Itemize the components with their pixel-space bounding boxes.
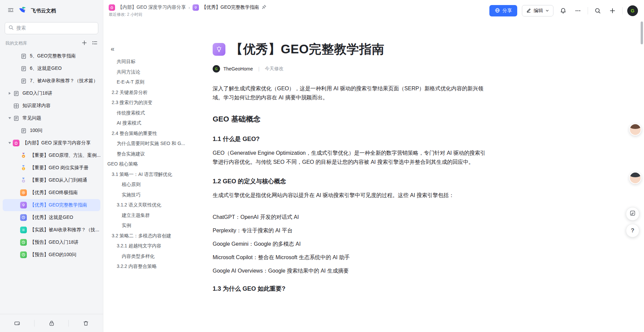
- sidebar-doc-item[interactable]: 【优秀】GEO终极指南: [3, 187, 100, 199]
- home-app-icon: [109, 4, 115, 11]
- sidebar-item-label: 【重要】GEO从入门到精通: [30, 177, 87, 183]
- toc-item[interactable]: 3.2 策略二：多模态内容创建: [103, 231, 209, 241]
- sidebar-doc-item[interactable]: ★ 【重要】GEO原理、方法、案例...: [3, 149, 100, 161]
- toc-item[interactable]: 2.4 整合策略的重要性: [103, 129, 209, 139]
- lock-icon[interactable]: [35, 320, 69, 327]
- toc-item[interactable]: 建立主题集群: [103, 210, 209, 221]
- sidebar-header: 飞书云文档: [0, 0, 103, 21]
- toc-item[interactable]: 2.2 关键差异分析: [103, 88, 209, 98]
- sidebar-doc-item[interactable]: GEO入门18讲: [3, 87, 100, 99]
- app-clock-blue-icon: [20, 214, 27, 221]
- expand-arrow-icon[interactable]: [7, 142, 13, 144]
- doc-icon: [20, 78, 27, 84]
- app-bulb-icon: [20, 202, 27, 208]
- user-avatar[interactable]: G: [627, 5, 638, 16]
- sidebar-doc-item[interactable]: 常见问题: [3, 112, 100, 124]
- storage-icon[interactable]: [0, 320, 34, 327]
- sidebar-doc-item[interactable]: 【预告】GEO入门18讲: [3, 236, 100, 248]
- notifications-bell-icon[interactable]: [558, 6, 568, 16]
- doc-icon: [13, 90, 19, 97]
- toc-item[interactable]: 共同目标: [103, 57, 209, 67]
- toc-item[interactable]: 整合实施建议: [103, 149, 209, 159]
- sidebar-doc-item[interactable]: 【内部】GEO 深度学习内容分享: [3, 137, 100, 149]
- search-input[interactable]: 搜索: [5, 22, 98, 34]
- trash-icon[interactable]: [69, 320, 103, 327]
- breadcrumb-parent[interactable]: 【内部】GEO 深度学习内容分享: [118, 4, 186, 10]
- heading-definition: 1.2 GEO 的定义与核心概念: [213, 177, 490, 185]
- toc-item[interactable]: 共同方法论: [103, 67, 209, 78]
- toc-item[interactable]: 3.1 策略一：AI 语言理解优化: [103, 170, 209, 180]
- toc-item[interactable]: 3.2.1 超越纯文字内容: [103, 241, 209, 251]
- toc-item[interactable]: AI 搜索模式: [103, 118, 209, 129]
- expand-arrow-icon[interactable]: [7, 92, 13, 95]
- sidebar-doc-item[interactable]: 7、被AI收录和推荐？（技术篇）: [3, 75, 100, 87]
- chevron-down-icon: [545, 8, 549, 13]
- global-search-icon[interactable]: [593, 6, 603, 16]
- sidebar-item-label: 【内部】GEO 深度学习内容分享: [22, 140, 91, 146]
- toc-item[interactable]: 核心原则: [103, 180, 209, 190]
- toc-item[interactable]: 内容类型多样化: [103, 251, 209, 262]
- toc-item[interactable]: 3.1.2 语义关联性优化: [103, 200, 209, 210]
- author-name[interactable]: TheGeoHome: [223, 66, 253, 72]
- collapse-toc-icon[interactable]: «: [111, 45, 119, 53]
- sidebar-doc-item[interactable]: 2 【重要】GEO从入门到精通: [3, 174, 100, 186]
- edit-label: 编辑: [534, 8, 543, 14]
- engine-item: Perplexity：专注于搜索的 AI 平台: [213, 227, 490, 234]
- sidebar-doc-item[interactable]: 100问: [3, 125, 100, 137]
- sidebar-doc-item[interactable]: 【优秀】这就是GEO: [3, 211, 100, 224]
- document-body: 【优秀】GEO完整教学指南 G TheGeoHome | 今天修改 深入了解生成…: [209, 21, 511, 332]
- create-new-icon[interactable]: [607, 6, 618, 16]
- presence-avatar[interactable]: [629, 124, 641, 136]
- breadcrumb-current[interactable]: 【优秀】GEO完整教学指南: [202, 4, 259, 10]
- toc-item[interactable]: 2.3 搜索行为的演变: [103, 98, 209, 108]
- sidebar-item-label: 【优秀】GEO终极指南: [30, 190, 78, 196]
- engine-list: ChatGPT：OpenAI 开发的对话式 AIPerplexity：专注于搜索…: [213, 214, 490, 275]
- share-button[interactable]: 分享: [489, 5, 517, 16]
- toc-item[interactable]: 3.2.2 内容整合策略: [103, 262, 209, 272]
- sidebar-item-label: 【优秀】GEO完整教学指南: [30, 202, 87, 208]
- svg-text:1: 1: [23, 168, 24, 170]
- engine-item: Google AI Overviews：Google 搜索结果中的 AI 生成摘…: [213, 268, 490, 275]
- sidebar-item-label: 【优秀】这就是GEO: [30, 215, 73, 221]
- sidebar-item-label: 5、GEO完整教学指南: [30, 53, 76, 59]
- header-actions: 分享 编辑: [489, 5, 638, 16]
- toc-item[interactable]: 传统搜索模式: [103, 108, 209, 118]
- sidebar-doc-item[interactable]: 【优秀】GEO完整教学指南: [3, 199, 100, 211]
- expand-arrow-icon[interactable]: [7, 117, 13, 119]
- sidebar-item-label: 常见问题: [22, 115, 41, 121]
- toc-item[interactable]: E-E-A-T 原则: [103, 77, 209, 88]
- author-avatar: G: [213, 65, 220, 73]
- document-tree: 5、GEO完整教学指南 6、这就是GEO 7、被AI收录和推荐？（技术篇） GE…: [0, 49, 103, 314]
- library-section-header: 我的文档库: [0, 38, 103, 49]
- feedback-button[interactable]: [626, 207, 639, 221]
- sidebar-doc-item[interactable]: 5、GEO完整教学指南: [3, 50, 100, 62]
- app-window: 飞书云文档 搜索 我的文档库 5、GEO完整教学指南 6、这就是GEO 7、: [0, 0, 644, 332]
- sidebar-doc-item[interactable]: 【预告】GEO的100问: [3, 249, 100, 261]
- sidebar-doc-item[interactable]: 1 【重要】GEO 岗位实操手册: [3, 162, 100, 174]
- toc-item[interactable]: 为什么需要同时实施 SEO 和 G...: [103, 139, 209, 149]
- paragraph-definition: 生成式引擎优化是指优化网站内容以提升在 AI 驱动搜索引擎中可见度的过程。这些 …: [213, 191, 490, 200]
- toc-item[interactable]: 实施技巧: [103, 190, 209, 200]
- list-settings-icon[interactable]: [92, 40, 98, 47]
- pin-icon[interactable]: [262, 4, 267, 11]
- presence-avatar[interactable]: [629, 172, 641, 184]
- doc-icon: [13, 115, 19, 122]
- library-section-title: 我的文档库: [5, 40, 77, 46]
- vertical-scrollbar[interactable]: [641, 21, 643, 44]
- medal-1-icon: 1: [20, 164, 27, 171]
- content-area: « 共同目标共同方法论E-E-A-T 原则2.2 关键差异分析2.3 搜索行为的…: [103, 21, 644, 332]
- edit-button[interactable]: 编辑: [522, 5, 553, 16]
- sidebar-doc-item[interactable]: 知识星球内容: [3, 100, 100, 112]
- engine-item: Microsoft Copilot：整合在 Microsoft 生态系统中的 A…: [213, 254, 490, 261]
- collapse-sidebar-icon[interactable]: [7, 7, 14, 15]
- more-options-icon[interactable]: [573, 6, 583, 16]
- doc-lightbulb-icon: [213, 43, 225, 56]
- sidebar-doc-item[interactable]: 6、这就是GEO: [3, 62, 100, 75]
- add-doc-icon[interactable]: [82, 40, 87, 47]
- toc-list: 共同目标共同方法论E-E-A-T 原则2.2 关键差异分析2.3 搜索行为的演变…: [103, 57, 209, 272]
- toc-item[interactable]: GEO 核心策略: [103, 159, 209, 170]
- sidebar-doc-item[interactable]: 【实践】被AI收录和推荐？（技...: [3, 224, 100, 236]
- toc-item[interactable]: 实例: [103, 221, 209, 231]
- sidebar-item-label: 100问: [30, 128, 42, 134]
- help-button[interactable]: ?: [626, 224, 639, 237]
